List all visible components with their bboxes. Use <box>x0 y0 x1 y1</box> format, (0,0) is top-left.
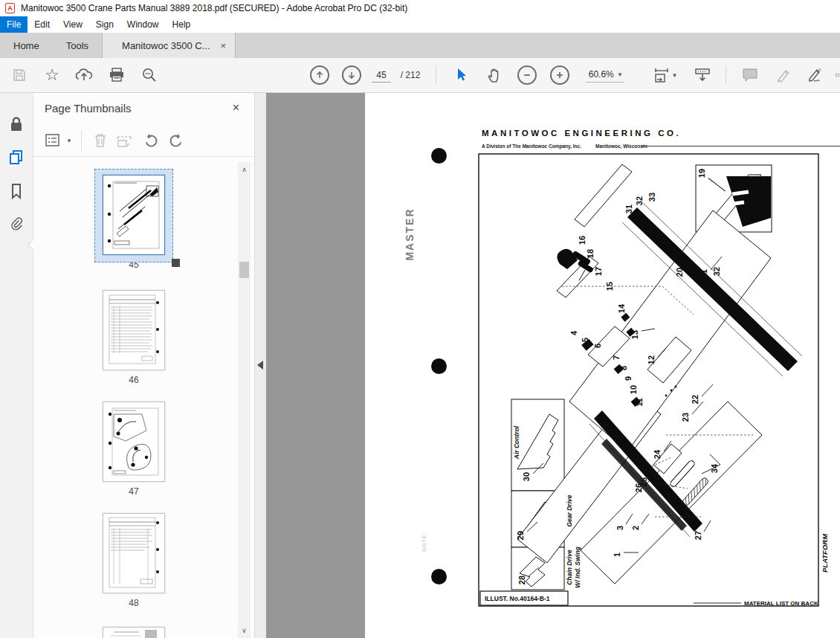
panel-toolbar-divider <box>81 130 82 151</box>
star-favorite-icon[interactable]: ☆ <box>41 58 63 92</box>
part-number-label: 15 <box>605 282 614 291</box>
gear-drive-label: Gear Drive <box>566 494 573 526</box>
zoom-in-icon[interactable] <box>549 58 571 92</box>
panel-toolbar: ▾ <box>33 124 254 157</box>
panel-close-icon[interactable]: × <box>233 101 239 115</box>
search-icon[interactable] <box>138 58 161 92</box>
scrollbar-thumb[interactable] <box>239 262 249 278</box>
select-tool-icon[interactable] <box>450 58 473 92</box>
tab-close-icon[interactable]: × <box>221 40 227 51</box>
rotate-clockwise-icon[interactable] <box>166 130 187 151</box>
rotate-counterclockwise-icon[interactable] <box>140 130 161 151</box>
thumbnail-page-preview[interactable] <box>103 175 165 255</box>
company-header: MANITOWOC ENGINEERING CO. <box>482 129 681 138</box>
caret-down-icon: ▾ <box>673 71 676 79</box>
panel-title: Page Thumbnails <box>45 102 131 115</box>
fill-sign-icon[interactable] <box>804 58 830 92</box>
tab-document[interactable]: Manitowoc 3500 C... × <box>102 33 236 58</box>
comment-icon[interactable] <box>737 58 763 92</box>
material-list-label: MATERIAL LIST ON BACK <box>744 600 818 607</box>
part-number-label: 22 <box>691 395 700 404</box>
menu-help[interactable]: Help <box>166 16 198 33</box>
part-number-label: 1 <box>613 552 621 557</box>
part-number-label: 24 <box>653 449 662 459</box>
caret-down-icon[interactable]: ▾ <box>63 130 75 151</box>
thumbnail-page-preview[interactable] <box>103 290 165 370</box>
thumbnail-options-icon[interactable] <box>42 130 63 151</box>
page-number-input[interactable]: 45 <box>369 58 394 92</box>
page-thumbnails-icon[interactable] <box>8 148 25 166</box>
panel-scrollbar[interactable]: ∧ ∨ <box>238 162 251 638</box>
attachments-icon[interactable] <box>8 215 25 233</box>
thumbnail-item-47[interactable]: 47 <box>33 402 234 497</box>
scrollbar-down-icon[interactable]: ∨ <box>238 625 251 637</box>
thumbnail-page-preview[interactable] <box>103 513 165 593</box>
part-number-label: 17 <box>594 267 603 276</box>
illust-number-label: ILLUST. No.40164-B-1 <box>485 595 550 602</box>
thumbnail-item-48[interactable]: 48 <box>33 513 234 608</box>
previous-page-icon[interactable] <box>308 58 331 92</box>
zoom-level-value: 60.6% <box>589 69 614 80</box>
part-number-label: 10 <box>629 385 638 394</box>
navigation-rail <box>0 93 33 638</box>
menu-edit[interactable]: Edit <box>28 16 56 33</box>
print-icon[interactable] <box>105 58 129 92</box>
tab-bar: Home Tools Manitowoc 3500 C... × <box>0 33 840 58</box>
save-icon[interactable] <box>9 58 30 92</box>
zoom-out-icon[interactable] <box>516 58 538 92</box>
menu-view[interactable]: View <box>56 16 89 33</box>
menu-bar: File Edit View Sign Window Help <box>0 16 840 33</box>
caret-down-icon: ▾ <box>618 71 622 78</box>
part-number-label: 4 <box>569 330 578 335</box>
thumbnail-page-preview[interactable] <box>103 627 165 638</box>
overflow-tool-icon[interactable] <box>836 58 840 92</box>
panel-resize-gutter[interactable] <box>255 93 266 638</box>
faint-note-text: NOTE: <box>421 532 427 551</box>
title-bar: A Manitowoc 3500 Crane Parts Manual 3889… <box>0 0 840 16</box>
collapse-panel-icon[interactable] <box>257 361 263 370</box>
toolbar-divider <box>436 65 436 85</box>
bookmarks-icon[interactable] <box>8 182 25 200</box>
menu-window[interactable]: Window <box>120 16 166 33</box>
document-view-area: MASTER NOTE: MANITOWOC ENGINEERING CO. A… <box>266 93 840 638</box>
hand-tool-icon[interactable] <box>483 58 507 92</box>
zoom-level-dropdown[interactable]: 60.6%▾ <box>581 58 629 92</box>
thumbnail-page-number: 46 <box>129 375 138 385</box>
menu-sign[interactable]: Sign <box>89 16 120 33</box>
part-number-label: 13 <box>630 330 639 339</box>
part-number-label: 11 <box>635 398 644 407</box>
thumbnail-page-number: 48 <box>129 598 138 608</box>
menu-file[interactable]: File <box>0 16 28 33</box>
part-number-label: 2 <box>631 526 640 530</box>
thumbnail-page-preview[interactable] <box>103 402 165 482</box>
scrollbar-up-icon[interactable]: ∧ <box>238 164 251 175</box>
tab-tools[interactable]: Tools <box>53 33 102 58</box>
share-upload-icon[interactable] <box>73 58 95 92</box>
part-number-label: 16 <box>578 236 587 245</box>
part-number-label: 34 <box>710 463 719 473</box>
hole-punch-mark <box>431 569 447 584</box>
next-page-icon[interactable] <box>340 58 363 92</box>
acrobat-app-icon: A <box>5 3 15 13</box>
page-thumbnails-panel: Page Thumbnails × ▾ <box>33 93 255 638</box>
security-lock-icon[interactable] <box>8 115 25 133</box>
main-toolbar: ☆ 45 / 212 <box>0 58 840 93</box>
thumbnail-item-49-partial[interactable] <box>33 627 234 638</box>
highlight-icon[interactable] <box>772 58 795 92</box>
part-number-label: 30 <box>522 472 531 481</box>
page-scrolling-icon[interactable] <box>690 58 715 92</box>
extract-pages-icon[interactable] <box>114 130 135 151</box>
selection-resize-handle[interactable] <box>172 259 180 267</box>
part-number-label: 18 <box>586 249 595 258</box>
chain-drive-label: Chain Drive <box>566 550 573 585</box>
thumbnail-item-46[interactable]: 46 <box>33 290 234 385</box>
part-number-label: 27 <box>694 531 702 540</box>
part-number-label: 32 <box>712 267 721 276</box>
tab-home[interactable]: Home <box>0 33 53 58</box>
part-number-label: 31 <box>624 204 633 213</box>
thumbnail-item-45[interactable]: 45 <box>33 175 234 270</box>
fit-width-dropdown[interactable]: ▾ <box>648 58 681 92</box>
part-number-label: 3 <box>616 526 624 530</box>
delete-pages-icon[interactable] <box>90 130 111 151</box>
part-number-label: 12 <box>647 355 656 364</box>
